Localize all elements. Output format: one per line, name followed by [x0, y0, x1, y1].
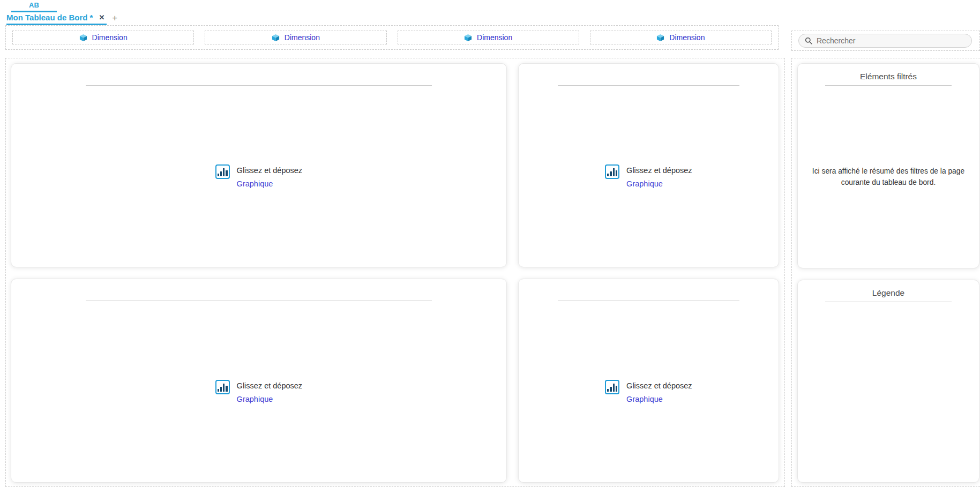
chart-title	[11, 71, 506, 82]
bar-chart-icon	[605, 164, 619, 179]
graphique-link[interactable]: Graphique	[237, 395, 303, 403]
drag-drop-label: Glissez et déposez	[626, 381, 692, 390]
cube-icon	[272, 34, 280, 42]
drag-drop-placeholder: Glissez et déposez Graphique	[605, 164, 692, 188]
charts-drop-area: Glissez et déposez Graphique Gli	[5, 58, 785, 487]
chart-widget-3[interactable]: Glissez et déposez Graphique	[11, 279, 507, 483]
search-field[interactable]	[798, 34, 972, 48]
drag-drop-label: Glissez et déposez	[237, 166, 303, 175]
chart-widget-4[interactable]: Glissez et déposez Graphique	[518, 279, 779, 483]
search-zone	[791, 31, 980, 51]
filtered-elements-panel: Eléments filtrés Ici sera affiché le rés…	[797, 63, 979, 268]
placeholder-text: Glissez et déposez Graphique	[626, 380, 692, 403]
bar-chart-icon	[215, 164, 230, 179]
filters-empty-message: Ici sera affiché le résumé des filtres d…	[807, 166, 969, 189]
tab-dashboard-ab[interactable]: AB	[11, 1, 57, 12]
dimension-dropzone-4[interactable]: Dimension	[590, 31, 772, 44]
dashboard-tab-bar: AB	[0, 0, 980, 12]
drag-drop-placeholder: Glissez et déposez Graphique	[605, 380, 692, 403]
chart-widget-1[interactable]: Glissez et déposez Graphique	[11, 63, 507, 267]
page-tab-bar: Mon Tableau de Bord * ✕ +	[0, 12, 980, 25]
drag-drop-label: Glissez et déposez	[237, 381, 303, 390]
cube-icon	[79, 34, 87, 42]
bar-chart-icon	[215, 380, 230, 394]
graphique-link[interactable]: Graphique	[237, 179, 303, 188]
search-icon	[805, 37, 812, 44]
bar-chart-icon	[605, 380, 619, 394]
page-tab-label: Mon Tableau de Bord *	[6, 13, 93, 22]
dimension-label: Dimension	[285, 33, 320, 42]
cube-icon	[656, 34, 664, 42]
chart-title	[519, 71, 779, 82]
chart-dropzone[interactable]: Glissez et déposez Graphique	[519, 301, 779, 482]
add-tab-button[interactable]: +	[112, 13, 117, 25]
close-tab-icon[interactable]: ✕	[99, 14, 104, 21]
main-column: Dimension Dimension Dimension	[5, 25, 785, 487]
legend-title: Légende	[798, 288, 979, 298]
dimension-label: Dimension	[477, 33, 512, 42]
sidebar-column: Eléments filtrés Ici sera affiché le rés…	[791, 25, 980, 487]
dimension-dropzone-2[interactable]: Dimension	[205, 31, 386, 44]
chart-title	[11, 287, 506, 297]
placeholder-text: Glissez et déposez Graphique	[237, 380, 303, 403]
cube-icon	[464, 34, 472, 42]
dimension-label: Dimension	[92, 33, 128, 42]
placeholder-text: Glissez et déposez Graphique	[626, 164, 692, 188]
chart-dropzone[interactable]: Glissez et déposez Graphique	[11, 86, 506, 267]
legend-body	[798, 302, 979, 482]
legend-panel: Légende	[797, 280, 979, 483]
filtered-elements-title: Eléments filtrés	[798, 71, 979, 82]
placeholder-text: Glissez et déposez Graphique	[237, 164, 303, 188]
sidebar-panels: Eléments filtrés Ici sera affiché le rés…	[791, 58, 980, 487]
graphique-link[interactable]: Graphique	[626, 179, 692, 188]
dimension-drop-bar: Dimension Dimension Dimension	[5, 25, 779, 50]
content-area: Dimension Dimension Dimension	[0, 25, 980, 487]
drag-drop-placeholder: Glissez et déposez Graphique	[215, 380, 303, 403]
chart-widget-2[interactable]: Glissez et déposez Graphique	[518, 63, 779, 267]
tab-page-active[interactable]: Mon Tableau de Bord * ✕	[6, 13, 107, 25]
chart-title	[519, 287, 779, 297]
chart-dropzone[interactable]: Glissez et déposez Graphique	[11, 301, 506, 482]
chart-dropzone[interactable]: Glissez et déposez Graphique	[519, 86, 779, 267]
dimension-label: Dimension	[669, 33, 705, 42]
filtered-elements-body: Ici sera affiché le résumé des filtres d…	[798, 86, 979, 268]
graphique-link[interactable]: Graphique	[626, 395, 692, 403]
drag-drop-placeholder: Glissez et déposez Graphique	[215, 164, 303, 188]
drag-drop-label: Glissez et déposez	[626, 166, 692, 175]
search-input[interactable]	[817, 36, 966, 45]
dimension-dropzone-1[interactable]: Dimension	[12, 31, 194, 44]
dimension-dropzone-3[interactable]: Dimension	[398, 31, 579, 44]
